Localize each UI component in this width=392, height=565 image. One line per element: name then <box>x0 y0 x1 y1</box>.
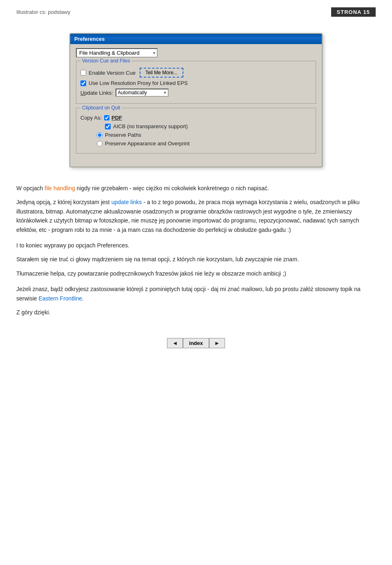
index-button[interactable]: index <box>183 338 209 348</box>
preserve-appearance-row: Preserve Appearance and Overprint <box>97 140 312 147</box>
para2: Jedyną opcją, z której korzystam jest up… <box>16 198 376 234</box>
page-header: Illustrator cs: podstawy STRONA 15 <box>0 0 392 21</box>
para6-after: . <box>82 295 84 302</box>
para7-text: Z góry dzięki. <box>16 309 50 316</box>
preserve-appearance-radio[interactable] <box>97 141 102 147</box>
preserve-paths-row: Preserve Paths <box>97 132 312 138</box>
book-title: Illustrator cs: podstawy <box>16 9 70 15</box>
update-links-label: Update Links: <box>80 90 113 96</box>
aicb-label: AICB (no transparency support) <box>113 123 188 129</box>
dialog-title: Preferences <box>74 36 105 42</box>
pdf-check-row: PDF <box>104 115 122 121</box>
file-handling-select[interactable]: File Handling & Clipboard <box>76 48 158 58</box>
enable-version-cue-row: Enable Version Cue Tell Me More... <box>80 68 312 78</box>
file-handling-select-wrapper[interactable]: File Handling & Clipboard <box>76 48 158 58</box>
dropdown-row: File Handling & Clipboard <box>76 48 316 58</box>
next-icon: ► <box>214 340 220 346</box>
copy-as-label: Copy As: <box>80 115 102 121</box>
main-content: W opcjach file handling nigdy nie grzeba… <box>0 180 392 330</box>
para6: Jeżeli znasz, bądź odkryjesz zastosowani… <box>16 285 376 303</box>
copy-as-row: Copy As: PDF <box>80 115 312 121</box>
next-button[interactable]: ► <box>209 338 225 348</box>
update-links-row: Update Links: Automatically <box>80 89 312 97</box>
aicb-row: AICB (no transparency support) <box>105 123 312 129</box>
prev-icon: ◄ <box>172 340 178 346</box>
page-number-badge: STRONA 15 <box>331 7 376 17</box>
para4: Starałem się nie truć ci głowy mądrzenie… <box>16 255 376 264</box>
update-links-select[interactable]: Automatically <box>116 89 169 97</box>
use-low-res-proxy-row: Use Low Resolution Proxy for Linked EPS <box>80 80 312 86</box>
use-low-res-proxy-label: Use Low Resolution Proxy for Linked EPS <box>89 80 188 86</box>
clipboard-legend: Clipboard on Quit <box>80 105 122 111</box>
version-cue-group: Version Cue and Files Enable Version Cue… <box>76 61 316 104</box>
para3-text: I to koniec wyprawy po opcjach Preferenc… <box>16 242 129 249</box>
update-links-select-wrapper[interactable]: Automatically <box>116 89 169 97</box>
para7: Z góry dzięki. <box>16 308 376 317</box>
clipboard-group: Clipboard on Quit Copy As: PDF AICB (no … <box>76 108 316 153</box>
para3: I to koniec wyprawy po opcjach Preferenc… <box>16 241 376 250</box>
para4-text: Starałem się nie truć ci głowy mądrzenie… <box>16 256 299 262</box>
para5-text: Tłumaczenie helpa, czy powtarzanie podrę… <box>16 270 286 277</box>
pdf-label: PDF <box>111 115 122 121</box>
prev-button[interactable]: ◄ <box>167 338 183 348</box>
version-cue-legend: Version Cue and Files <box>80 58 131 64</box>
para2-highlight: update links <box>111 199 142 205</box>
enable-version-cue-checkbox[interactable] <box>80 70 86 76</box>
aicb-checkbox[interactable] <box>105 124 111 129</box>
para1: W opcjach file handling nigdy nie grzeba… <box>16 184 376 193</box>
preserve-paths-label: Preserve Paths <box>105 132 141 138</box>
index-label: index <box>189 340 203 346</box>
enable-version-cue-label: Enable Version Cue <box>89 70 136 76</box>
use-low-res-proxy-checkbox[interactable] <box>80 80 86 86</box>
preserve-appearance-label: Preserve Appearance and Overprint <box>105 140 189 147</box>
preserve-paths-radio[interactable] <box>97 132 102 138</box>
para5: Tłumaczenie helpa, czy powtarzanie podrę… <box>16 269 376 278</box>
para1-highlight: file handling <box>45 185 75 191</box>
pdf-checkbox[interactable] <box>104 115 109 120</box>
dialog-body: File Handling & Clipboard Version Cue an… <box>70 44 322 160</box>
para1-before: W opcjach <box>16 185 45 191</box>
para6-highlight: Eastern Frontline <box>38 295 82 302</box>
radio-group: Preserve Paths Preserve Appearance and O… <box>97 132 312 147</box>
para2-before: Jedyną opcją, z której korzystam jest <box>16 199 111 205</box>
tell-me-more-button[interactable]: Tell Me More... <box>140 68 183 78</box>
para1-after: nigdy nie grzebałem - więc ciężko mi cok… <box>75 185 269 191</box>
footer-nav: ◄ index ► <box>0 330 392 360</box>
dialog-titlebar: Preferences <box>70 34 322 44</box>
dialog-screenshot: Preferences File Handling & Clipboard Ve… <box>69 33 323 167</box>
